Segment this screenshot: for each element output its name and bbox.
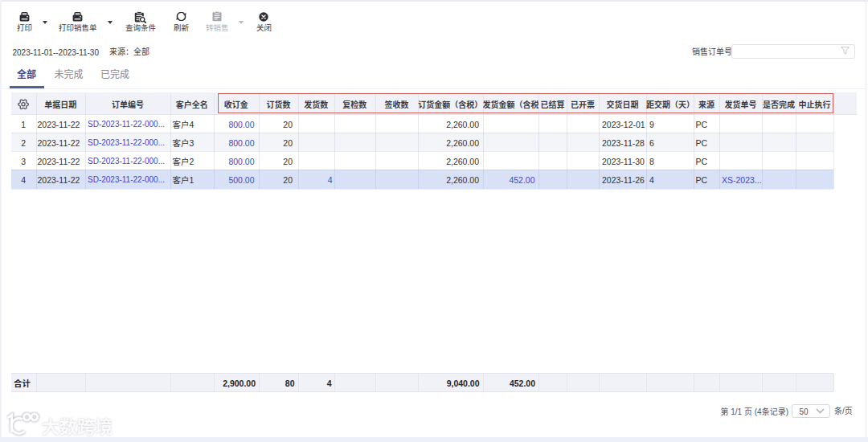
svg-text:大数跨境: 大数跨境 (42, 417, 113, 437)
